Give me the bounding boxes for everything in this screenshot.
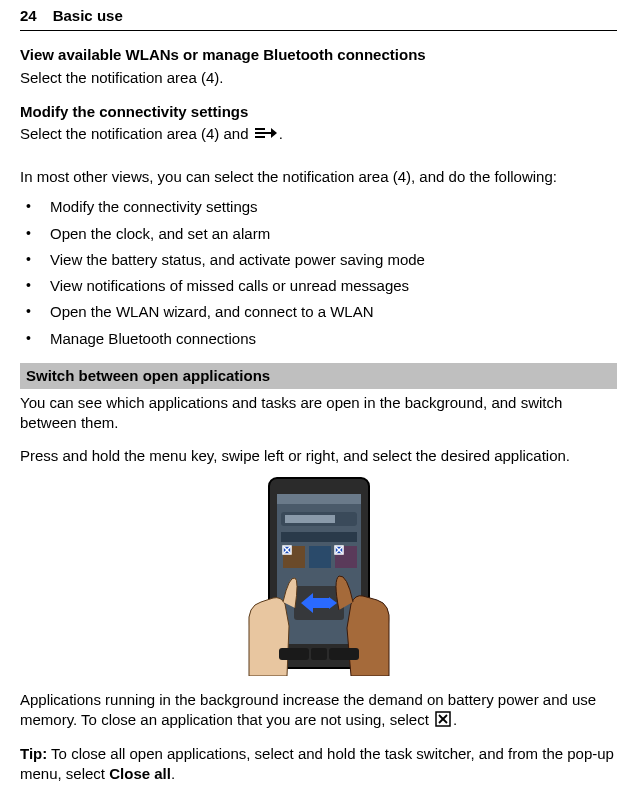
svg-rect-9 xyxy=(281,532,357,542)
svg-rect-8 xyxy=(285,515,335,523)
switch-apps-para2: Press and hold the menu key, swipe left … xyxy=(20,446,617,466)
tip-body-after: . xyxy=(171,765,175,782)
svg-rect-11 xyxy=(309,546,331,568)
switch-apps-para1: You can see which applications and tasks… xyxy=(20,393,617,434)
body-modify-connectivity: Select the notification area (4) and . xyxy=(20,124,617,145)
bullet-list: Modify the connectivity settings Open th… xyxy=(20,197,617,349)
svg-marker-3 xyxy=(271,128,277,138)
phone-swipe-figure xyxy=(20,476,617,676)
tip-label: Tip: xyxy=(20,745,47,762)
svg-rect-0 xyxy=(255,132,271,134)
close-app-para: Applications running in the background i… xyxy=(20,690,617,732)
list-item: View the battery status, and activate po… xyxy=(20,250,617,270)
list-item: Manage Bluetooth connections xyxy=(20,329,617,349)
tip-close-all-term: Close all xyxy=(109,765,171,782)
svg-rect-22 xyxy=(279,648,309,660)
list-item: Open the WLAN wizard, and connect to a W… xyxy=(20,302,617,322)
page-number: 24 xyxy=(20,6,37,26)
section-bar-switch-apps: Switch between open applications xyxy=(20,363,617,389)
svg-rect-2 xyxy=(255,136,265,138)
body-wlan-bluetooth: Select the notification area (4). xyxy=(20,68,617,88)
intro-other-views: In most other views, you can select the … xyxy=(20,167,617,187)
close-app-after: . xyxy=(453,711,457,728)
list-item: Modify the connectivity settings xyxy=(20,197,617,217)
close-app-before: Applications running in the background i… xyxy=(20,691,596,728)
svg-rect-24 xyxy=(311,648,327,660)
heading-wlan-bluetooth: View available WLANs or manage Bluetooth… xyxy=(20,45,617,65)
list-item: View notifications of missed calls or un… xyxy=(20,276,617,296)
svg-rect-23 xyxy=(329,648,359,660)
body-modify-after: . xyxy=(279,125,283,142)
list-item: Open the clock, and set an alarm xyxy=(20,224,617,244)
heading-modify-connectivity: Modify the connectivity settings xyxy=(20,102,617,122)
close-icon xyxy=(435,711,451,732)
svg-rect-1 xyxy=(255,128,265,130)
page-header: 24 Basic use xyxy=(20,0,617,31)
svg-rect-6 xyxy=(277,494,361,504)
chapter-title: Basic use xyxy=(53,6,123,26)
tip-close-all: Tip: To close all open applications, sel… xyxy=(20,744,617,785)
connectivity-icon xyxy=(255,125,277,145)
body-modify-before: Select the notification area (4) and xyxy=(20,125,253,142)
